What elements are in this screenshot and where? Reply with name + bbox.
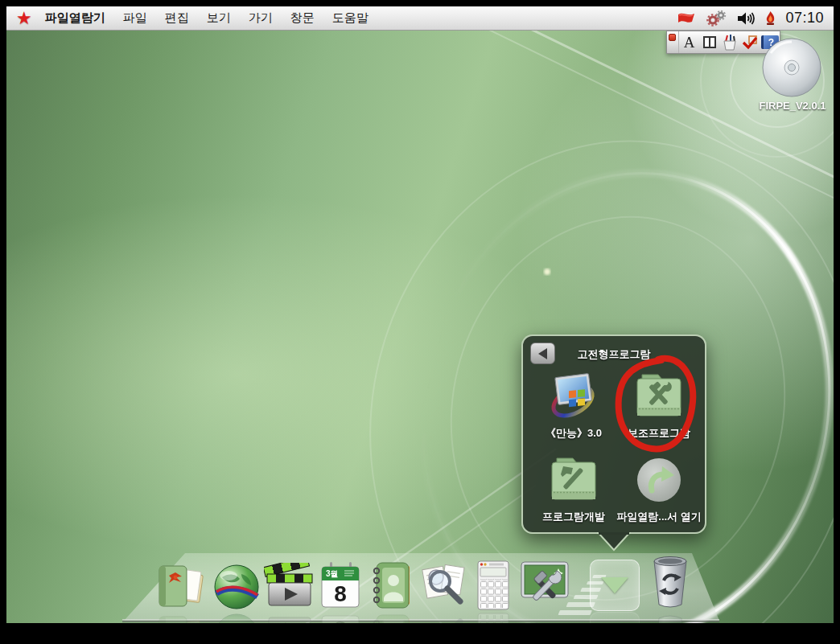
popup-item-open-in-filemanager[interactable]: 파일열람...서 열기 xyxy=(616,453,702,524)
clock[interactable]: 07:10 xyxy=(785,10,824,27)
dock-icon-media-player[interactable] xyxy=(264,563,314,611)
red-flag-icon[interactable] xyxy=(677,11,696,26)
menu-edit[interactable]: 편집 xyxy=(165,10,189,26)
screen: { "menubar": { "app_menu": "파일열람기", "men… xyxy=(0,0,840,644)
pen-cup-icon[interactable] xyxy=(720,32,739,52)
dock-icon-web-browser[interactable] xyxy=(212,563,261,611)
popup-item-development[interactable]: 프로그람개발 xyxy=(531,453,616,524)
dock-icon-calendar[interactable]: 3월 8 xyxy=(317,561,364,611)
stack-popup: 고전형프로그람 xyxy=(521,334,706,534)
folder-hammer-icon xyxy=(531,453,616,507)
folder-tools-icon xyxy=(616,370,702,423)
font-tool-icon[interactable]: A xyxy=(680,32,699,52)
popup-item-accessories[interactable]: 보조프로그람 xyxy=(616,370,702,441)
svg-text:8: 8 xyxy=(334,581,347,606)
dock-front-edge xyxy=(122,619,719,622)
flame-icon[interactable] xyxy=(764,10,776,26)
toolbar-close-icon[interactable] xyxy=(669,34,676,41)
dock-icon-trash[interactable] xyxy=(648,555,693,611)
popup-item-label: 프로그람개발 xyxy=(531,510,616,524)
menu-view[interactable]: 보기 xyxy=(207,10,231,26)
mannung-app-icon xyxy=(531,370,616,423)
wallpaper-swirl xyxy=(6,31,834,623)
popup-item-label: 《만능》3.0 xyxy=(531,426,616,441)
popup-title: 고전형프로그람 xyxy=(523,347,705,362)
open-with-icon xyxy=(616,453,702,507)
menubar: ★ 파일열람기 파일 편집 보기 가기 창문 도움말 xyxy=(6,6,834,31)
dock-icon-calculator[interactable] xyxy=(473,560,513,611)
popup-item-mannung[interactable]: 《만능》3.0 xyxy=(531,370,616,441)
spellcheck-icon[interactable] xyxy=(740,32,760,52)
popup-item-label: 보조프로그람 xyxy=(616,426,702,441)
menu-go[interactable]: 가기 xyxy=(249,10,273,26)
red-star-logo-icon[interactable]: ★ xyxy=(16,10,32,27)
columns-tool-icon[interactable] xyxy=(700,32,719,52)
desktop: A ? xyxy=(6,31,834,623)
chevron-down-icon xyxy=(601,577,628,593)
dock-icon-system-tools[interactable] xyxy=(518,560,571,611)
popup-tail xyxy=(597,532,631,552)
dock-icon-search[interactable] xyxy=(418,560,470,611)
speaker-icon[interactable] xyxy=(736,11,756,26)
menu-window[interactable]: 창문 xyxy=(290,10,315,26)
cd-disc-icon[interactable] xyxy=(760,37,824,100)
cd-disc-label[interactable]: FIRPE_V2.0.1 xyxy=(730,100,834,112)
dock-icon-address-book[interactable] xyxy=(369,560,415,611)
menu-help[interactable]: 도움말 xyxy=(332,10,369,26)
menu-file[interactable]: 파일 xyxy=(123,10,147,26)
system-tray: 07:10 xyxy=(677,10,824,27)
menu-app-name[interactable]: 파일열람기 xyxy=(45,10,105,26)
dock-stack-button[interactable] xyxy=(590,560,640,611)
svg-text:3월: 3월 xyxy=(326,569,339,578)
popup-item-label: 파일열람...서 열기 xyxy=(616,510,702,524)
dock-icon-file-manager[interactable] xyxy=(156,561,204,611)
gears-icon[interactable] xyxy=(705,10,727,27)
toolbar-drag-handle[interactable] xyxy=(667,31,679,53)
